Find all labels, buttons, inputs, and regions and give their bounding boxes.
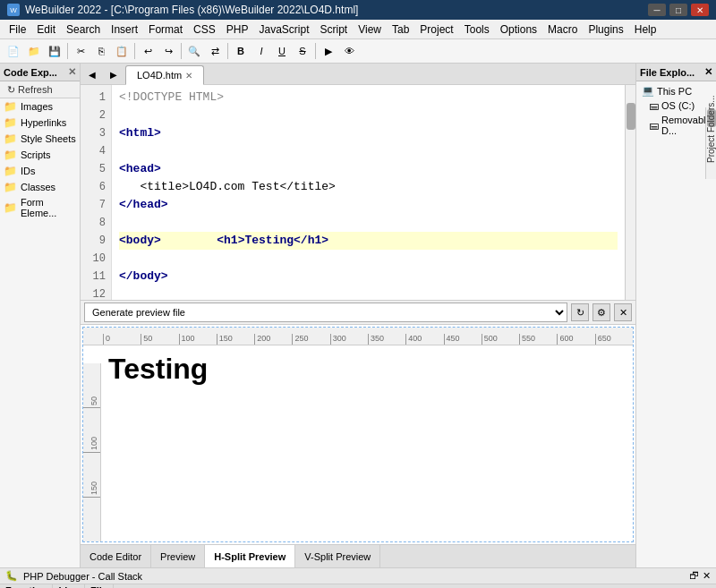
menu-javascript[interactable]: JavaScript xyxy=(253,21,314,38)
preview-settings-button[interactable]: ⚙ xyxy=(592,303,610,321)
drive-icon-c: 🖴 xyxy=(649,100,659,111)
code-line-11: </body> xyxy=(119,268,618,285)
cut-button[interactable]: ✂ xyxy=(71,41,90,61)
code-line-10 xyxy=(119,250,618,268)
code-explorer-close[interactable]: ✕ xyxy=(68,66,76,78)
redo-button[interactable]: ↪ xyxy=(158,41,178,61)
ruler-150: 150 xyxy=(217,334,254,345)
code-line-9: <body> <h1>Testing</h1> xyxy=(119,232,618,250)
folder-icon-form: 📁 xyxy=(4,201,17,214)
file-explorer-close[interactable]: ✕ xyxy=(704,66,712,78)
explorer-scripts[interactable]: 📁 Scripts xyxy=(0,147,80,163)
explorer-classes[interactable]: 📁 Classes xyxy=(0,179,80,195)
minimize-button[interactable]: ─ xyxy=(648,4,666,16)
explorer-images[interactable]: 📁 Images xyxy=(0,98,80,115)
menu-view[interactable]: View xyxy=(353,21,387,38)
folder-icon-scripts: 📁 xyxy=(4,149,17,161)
menu-options[interactable]: Options xyxy=(495,21,542,38)
menu-help[interactable]: Help xyxy=(629,21,662,38)
maximize-button[interactable]: □ xyxy=(669,4,687,16)
close-button[interactable]: ✕ xyxy=(691,4,709,16)
menu-script[interactable]: Script xyxy=(315,21,354,38)
tab-prev-arrow[interactable]: ◀ xyxy=(82,64,102,84)
undo-button[interactable]: ↩ xyxy=(138,41,158,61)
code-editor[interactable]: 1 2 3 4 5 6 7 8 9 10 11 12 13 xyxy=(81,85,635,300)
separator-2 xyxy=(134,43,135,59)
tab-close-icon[interactable]: ✕ xyxy=(185,71,192,81)
code-line-12 xyxy=(119,285,618,300)
folder-icon-classes: 📁 xyxy=(4,181,17,193)
menu-php[interactable]: PHP xyxy=(221,21,254,38)
save-button[interactable]: 💾 xyxy=(45,41,64,61)
menu-search[interactable]: Search xyxy=(61,21,106,38)
file-explorer-header: File Explo... ✕ xyxy=(636,64,716,81)
code-explorer-toolbar: ↻ Refresh xyxy=(0,81,80,98)
run-button[interactable]: ▶ xyxy=(319,41,338,61)
separator-3 xyxy=(181,43,182,59)
explorer-hyperlinks[interactable]: 📁 Hyperlinks xyxy=(0,115,80,131)
search-button[interactable]: 🔍 xyxy=(184,41,204,61)
new-button[interactable]: 📄 xyxy=(4,41,23,61)
explorer-stylesheets[interactable]: 📁 Style Sheets xyxy=(0,131,80,147)
debug-close-icon[interactable]: ✕ xyxy=(703,570,711,582)
underline-button[interactable]: U xyxy=(272,41,292,61)
menu-project[interactable]: Project xyxy=(414,21,458,38)
vruler-50: 50 xyxy=(83,363,100,408)
preview-section: 0 50 100 150 200 250 300 350 400 450 500… xyxy=(81,325,635,544)
paste-button[interactable]: 📋 xyxy=(112,41,132,61)
italic-button[interactable]: I xyxy=(251,41,271,61)
file-tree-this-pc[interactable]: 💻 This PC xyxy=(638,83,714,98)
bold-button[interactable]: B xyxy=(231,41,251,61)
tab-preview[interactable]: Preview xyxy=(151,545,205,568)
code-content[interactable]: <!DOCTYPE HTML> <html> <head> <title>LO4… xyxy=(112,85,625,300)
debug-float-icon[interactable]: 🗗 xyxy=(689,570,699,582)
copy-button[interactable]: ⎘ xyxy=(91,41,111,61)
tab-code-editor[interactable]: Code Editor xyxy=(81,545,151,568)
menu-edit[interactable]: Edit xyxy=(31,21,61,38)
ruler-650: 650 xyxy=(595,334,633,345)
scroll-thumb[interactable] xyxy=(626,103,635,130)
explorer-form-elements[interactable]: 📁 Form Eleme... xyxy=(0,195,80,220)
code-scrollbar-v[interactable] xyxy=(625,85,635,300)
code-explorer-items: 📁 Images 📁 Hyperlinks 📁 Style Sheets 📁 S… xyxy=(0,98,80,220)
menu-insert[interactable]: Insert xyxy=(106,21,143,38)
code-line-4 xyxy=(119,142,618,160)
debug-col-line: Line xyxy=(53,584,85,588)
menu-tools[interactable]: Tools xyxy=(459,21,495,38)
file-tree-os-c[interactable]: 🖴 OS (C:) xyxy=(638,98,714,113)
vruler-100: 100 xyxy=(83,408,100,453)
code-explorer-header: Code Exp... ✕ xyxy=(0,64,80,81)
strikethrough-button[interactable]: S xyxy=(293,41,312,61)
preview-refresh-button[interactable]: ↻ xyxy=(571,303,589,321)
tab-h-split-preview[interactable]: H-Split Preview xyxy=(205,545,295,568)
menu-css[interactable]: CSS xyxy=(188,21,221,38)
line-num-11: 11 xyxy=(81,268,106,285)
preview-select[interactable]: Generate preview file xyxy=(84,303,567,322)
tab-nav-arrows: ◀ ▶ xyxy=(81,64,125,84)
preview-button[interactable]: 👁 xyxy=(339,41,359,61)
replace-button[interactable]: ⇄ xyxy=(205,41,225,61)
line-num-7: 7 xyxy=(81,196,106,214)
menu-tab[interactable]: Tab xyxy=(387,21,414,38)
menu-macro[interactable]: Macro xyxy=(542,21,583,38)
tab-next-arrow[interactable]: ▶ xyxy=(104,64,124,84)
tab-lo4d[interactable]: LO4D.htm ✕ xyxy=(125,65,204,85)
explorer-ids[interactable]: 📁 IDs xyxy=(0,163,80,179)
menu-plugins[interactable]: Plugins xyxy=(583,21,628,38)
drive-icon-removable: 🖴 xyxy=(649,120,659,131)
ruler-50: 50 xyxy=(141,334,178,345)
preview-bar: Generate preview file ↻ ⚙ ✕ xyxy=(81,300,635,325)
preview-close-button[interactable]: ✕ xyxy=(614,303,632,321)
tab-v-split-preview[interactable]: V-Split Preview xyxy=(295,545,380,568)
open-button[interactable]: 📁 xyxy=(24,41,44,61)
folder-icon-ids: 📁 xyxy=(4,165,17,177)
line-num-8: 8 xyxy=(81,214,106,232)
menu-file[interactable]: File xyxy=(4,21,31,38)
preview-h1-testing: Testing xyxy=(108,353,208,386)
refresh-button[interactable]: ↻ Refresh xyxy=(4,83,56,96)
file-tree-removable[interactable]: 🖴 Removable D... xyxy=(638,113,714,138)
folder-icon-hyperlinks: 📁 xyxy=(4,116,17,129)
menu-format[interactable]: Format xyxy=(143,21,188,38)
code-line-2 xyxy=(119,107,618,124)
separator-1 xyxy=(67,43,68,59)
